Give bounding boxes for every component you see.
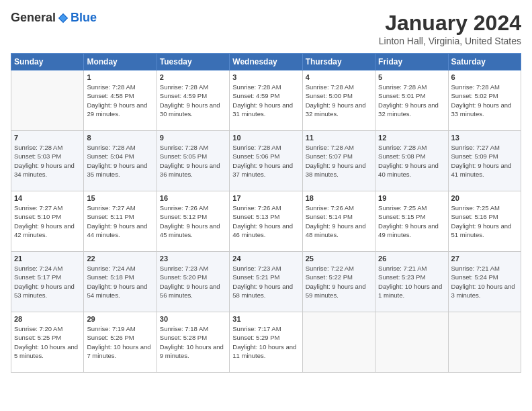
table-cell: 9Sunrise: 7:28 AM Sunset: 5:05 PM Daylig… bbox=[157, 131, 229, 191]
day-number: 24 bbox=[232, 255, 299, 263]
day-number: 28 bbox=[14, 315, 81, 323]
table-cell: 10Sunrise: 7:28 AM Sunset: 5:06 PM Dayli… bbox=[230, 131, 302, 191]
cell-info: Sunrise: 7:23 AM Sunset: 5:21 PM Dayligh… bbox=[232, 264, 299, 300]
header-tuesday: Tuesday bbox=[157, 54, 229, 71]
cell-info: Sunrise: 7:22 AM Sunset: 5:22 PM Dayligh… bbox=[306, 264, 372, 300]
cell-info: Sunrise: 7:26 AM Sunset: 5:13 PM Dayligh… bbox=[232, 203, 299, 239]
table-cell: 20Sunrise: 7:25 AM Sunset: 5:16 PM Dayli… bbox=[448, 191, 521, 252]
header-monday: Monday bbox=[84, 54, 157, 71]
header-saturday: Saturday bbox=[448, 54, 521, 71]
day-number: 30 bbox=[160, 315, 226, 323]
table-cell: 16Sunrise: 7:26 AM Sunset: 5:12 PM Dayli… bbox=[157, 191, 229, 252]
day-number: 15 bbox=[87, 194, 153, 202]
day-number: 7 bbox=[14, 134, 81, 142]
title-area: January 2024 Linton Hall, Virginia, Unit… bbox=[379, 11, 521, 46]
cell-info: Sunrise: 7:27 AM Sunset: 5:09 PM Dayligh… bbox=[451, 143, 518, 179]
table-cell bbox=[302, 312, 375, 373]
table-cell: 22Sunrise: 7:24 AM Sunset: 5:18 PM Dayli… bbox=[84, 252, 157, 312]
logo-general-text: General bbox=[11, 11, 56, 25]
day-number: 23 bbox=[160, 255, 226, 263]
table-cell: 13Sunrise: 7:27 AM Sunset: 5:09 PM Dayli… bbox=[448, 131, 521, 191]
day-number: 26 bbox=[378, 255, 445, 263]
day-number: 17 bbox=[232, 194, 299, 202]
logo-icon bbox=[57, 12, 69, 24]
day-number: 10 bbox=[232, 134, 299, 142]
day-number: 11 bbox=[306, 134, 372, 142]
day-number: 27 bbox=[451, 255, 518, 263]
table-cell: 2Sunrise: 7:28 AM Sunset: 4:59 PM Daylig… bbox=[157, 71, 229, 131]
day-number: 22 bbox=[87, 255, 153, 263]
day-number: 20 bbox=[451, 194, 518, 202]
cell-info: Sunrise: 7:24 AM Sunset: 5:18 PM Dayligh… bbox=[87, 264, 153, 300]
month-title: January 2024 bbox=[379, 11, 521, 36]
table-cell: 23Sunrise: 7:23 AM Sunset: 5:20 PM Dayli… bbox=[157, 252, 229, 312]
week-row-4: 21Sunrise: 7:24 AM Sunset: 5:17 PM Dayli… bbox=[11, 252, 521, 312]
table-cell: 7Sunrise: 7:28 AM Sunset: 5:03 PM Daylig… bbox=[11, 131, 84, 191]
day-number: 25 bbox=[306, 255, 372, 263]
week-row-3: 14Sunrise: 7:27 AM Sunset: 5:10 PM Dayli… bbox=[11, 191, 521, 252]
table-cell: 27Sunrise: 7:21 AM Sunset: 5:24 PM Dayli… bbox=[448, 252, 521, 312]
day-number: 18 bbox=[306, 194, 372, 202]
table-cell: 1Sunrise: 7:28 AM Sunset: 4:58 PM Daylig… bbox=[84, 71, 157, 131]
table-cell: 12Sunrise: 7:28 AM Sunset: 5:08 PM Dayli… bbox=[375, 131, 448, 191]
table-cell: 25Sunrise: 7:22 AM Sunset: 5:22 PM Dayli… bbox=[302, 252, 375, 312]
table-cell bbox=[11, 71, 84, 131]
day-number: 6 bbox=[451, 73, 518, 81]
cell-info: Sunrise: 7:28 AM Sunset: 5:04 PM Dayligh… bbox=[87, 143, 153, 179]
table-cell: 19Sunrise: 7:25 AM Sunset: 5:15 PM Dayli… bbox=[375, 191, 448, 252]
table-cell: 5Sunrise: 7:28 AM Sunset: 5:01 PM Daylig… bbox=[375, 71, 448, 131]
cell-info: Sunrise: 7:17 AM Sunset: 5:29 PM Dayligh… bbox=[232, 324, 299, 360]
cell-info: Sunrise: 7:20 AM Sunset: 5:25 PM Dayligh… bbox=[14, 324, 81, 360]
header-friday: Friday bbox=[375, 54, 448, 71]
table-cell: 29Sunrise: 7:19 AM Sunset: 5:26 PM Dayli… bbox=[84, 312, 157, 373]
week-row-1: 1Sunrise: 7:28 AM Sunset: 4:58 PM Daylig… bbox=[11, 71, 521, 131]
table-cell: 26Sunrise: 7:21 AM Sunset: 5:23 PM Dayli… bbox=[375, 252, 448, 312]
table-cell: 8Sunrise: 7:28 AM Sunset: 5:04 PM Daylig… bbox=[84, 131, 157, 191]
cell-info: Sunrise: 7:28 AM Sunset: 5:06 PM Dayligh… bbox=[232, 143, 299, 179]
table-cell: 24Sunrise: 7:23 AM Sunset: 5:21 PM Dayli… bbox=[230, 252, 302, 312]
cell-info: Sunrise: 7:27 AM Sunset: 5:10 PM Dayligh… bbox=[14, 203, 81, 239]
page-header: General Blue January 2024 Linton Hall, V… bbox=[11, 11, 521, 46]
day-number: 29 bbox=[87, 315, 153, 323]
day-number: 4 bbox=[306, 73, 372, 81]
cell-info: Sunrise: 7:28 AM Sunset: 5:01 PM Dayligh… bbox=[378, 83, 445, 118]
svg-marker-1 bbox=[60, 14, 67, 21]
cell-info: Sunrise: 7:28 AM Sunset: 5:02 PM Dayligh… bbox=[451, 83, 518, 118]
cell-info: Sunrise: 7:28 AM Sunset: 5:05 PM Dayligh… bbox=[160, 143, 226, 179]
day-number: 13 bbox=[451, 134, 518, 142]
cell-info: Sunrise: 7:24 AM Sunset: 5:17 PM Dayligh… bbox=[14, 264, 81, 300]
day-number: 2 bbox=[160, 73, 226, 81]
table-cell: 6Sunrise: 7:28 AM Sunset: 5:02 PM Daylig… bbox=[448, 71, 521, 131]
table-cell: 4Sunrise: 7:28 AM Sunset: 5:00 PM Daylig… bbox=[302, 71, 375, 131]
table-cell: 21Sunrise: 7:24 AM Sunset: 5:17 PM Dayli… bbox=[11, 252, 84, 312]
logo-blue-text: Blue bbox=[71, 11, 97, 25]
day-number: 19 bbox=[378, 194, 445, 202]
day-number: 14 bbox=[14, 194, 81, 202]
cell-info: Sunrise: 7:25 AM Sunset: 5:16 PM Dayligh… bbox=[451, 203, 518, 239]
cell-info: Sunrise: 7:19 AM Sunset: 5:26 PM Dayligh… bbox=[87, 324, 153, 360]
cell-info: Sunrise: 7:28 AM Sunset: 4:59 PM Dayligh… bbox=[160, 83, 226, 118]
logo: General Blue bbox=[11, 11, 97, 25]
table-cell: 15Sunrise: 7:27 AM Sunset: 5:11 PM Dayli… bbox=[84, 191, 157, 252]
table-cell: 14Sunrise: 7:27 AM Sunset: 5:10 PM Dayli… bbox=[11, 191, 84, 252]
cell-info: Sunrise: 7:28 AM Sunset: 4:58 PM Dayligh… bbox=[87, 83, 153, 118]
table-cell: 11Sunrise: 7:28 AM Sunset: 5:07 PM Dayli… bbox=[302, 131, 375, 191]
header-wednesday: Wednesday bbox=[230, 54, 302, 71]
table-cell: 30Sunrise: 7:18 AM Sunset: 5:28 PM Dayli… bbox=[157, 312, 229, 373]
table-cell: 31Sunrise: 7:17 AM Sunset: 5:29 PM Dayli… bbox=[230, 312, 302, 373]
header-sunday: Sunday bbox=[11, 54, 84, 71]
week-row-5: 28Sunrise: 7:20 AM Sunset: 5:25 PM Dayli… bbox=[11, 312, 521, 373]
day-number: 12 bbox=[378, 134, 445, 142]
day-number: 9 bbox=[160, 134, 226, 142]
table-cell bbox=[375, 312, 448, 373]
cell-info: Sunrise: 7:28 AM Sunset: 5:07 PM Dayligh… bbox=[306, 143, 372, 179]
cell-info: Sunrise: 7:26 AM Sunset: 5:12 PM Dayligh… bbox=[160, 203, 226, 239]
weekday-header-row: SundayMondayTuesdayWednesdayThursdayFrid… bbox=[11, 54, 521, 71]
table-cell bbox=[448, 312, 521, 373]
day-number: 31 bbox=[232, 315, 299, 323]
header-thursday: Thursday bbox=[302, 54, 375, 71]
cell-info: Sunrise: 7:28 AM Sunset: 4:59 PM Dayligh… bbox=[232, 83, 299, 118]
cell-info: Sunrise: 7:28 AM Sunset: 5:00 PM Dayligh… bbox=[306, 83, 372, 118]
table-cell: 17Sunrise: 7:26 AM Sunset: 5:13 PM Dayli… bbox=[230, 191, 302, 252]
calendar-table: SundayMondayTuesdayWednesdayThursdayFrid… bbox=[11, 53, 521, 373]
